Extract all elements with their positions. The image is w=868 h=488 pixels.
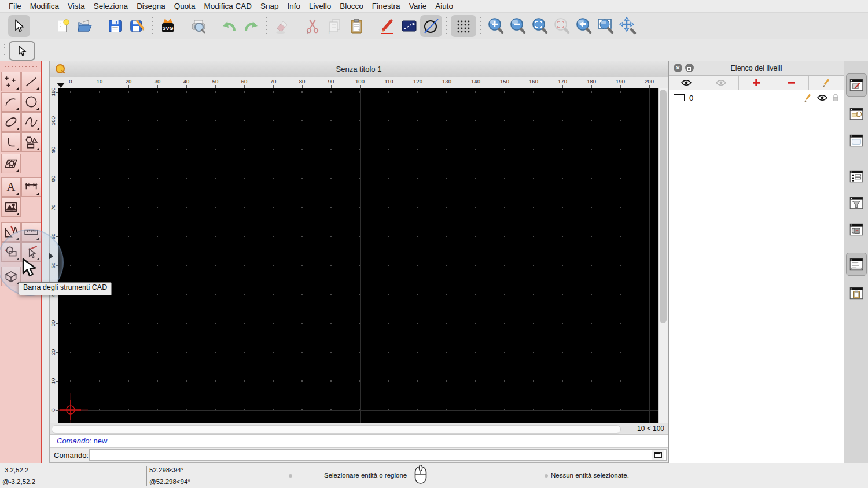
zoom-out-icon [508, 16, 528, 36]
grid-meta-line [71, 88, 71, 423]
dock-block-list-button[interactable] [846, 102, 867, 125]
zoom-auto-button[interactable] [529, 15, 551, 37]
zoom-window-button[interactable] [595, 15, 617, 37]
save-button[interactable] [104, 15, 126, 37]
dock-command-widget-button[interactable] [846, 253, 867, 276]
eraser-button[interactable] [271, 15, 293, 37]
command-input[interactable] [89, 449, 667, 461]
save-as-button[interactable] [126, 15, 148, 37]
status-bar: -3.2,52.2 @-3.2,52.2 52.298<94° @52.298<… [0, 463, 868, 488]
menu-varie[interactable]: Varie [409, 2, 427, 10]
dock-entity-filter-button[interactable] [846, 191, 867, 215]
selection-pointer-button[interactable] [9, 41, 35, 61]
hide-all-layers-button[interactable] [704, 76, 740, 90]
layer-color-box[interactable] [674, 94, 685, 101]
tool-points[interactable] [1, 72, 21, 91]
menu-seleziona[interactable]: Seleziona [94, 2, 128, 10]
open-file-button[interactable] [73, 15, 95, 37]
pen-button[interactable] [376, 15, 398, 37]
dock-layer-list-button[interactable] [846, 165, 867, 188]
tool-circle[interactable] [21, 92, 41, 112]
vertical-scrollbar-thumb[interactable] [660, 90, 667, 323]
line-attributes-button[interactable] [398, 15, 420, 37]
dock-plain-window-button[interactable] [846, 129, 867, 152]
menu-aiuto[interactable]: Aiuto [435, 2, 453, 10]
red-pencil-icon [378, 17, 396, 35]
polar-absolute: 52.298<94° [149, 467, 183, 474]
grid-toggle-button[interactable] [451, 15, 476, 37]
menu-disegna[interactable]: Disegna [137, 2, 165, 10]
dock-library-part-button[interactable] [846, 218, 867, 241]
layer-panel-header: ✕ Elenco dei livelli [669, 61, 844, 76]
zoom-selected-button[interactable] [551, 15, 573, 37]
menu-file[interactable]: File [9, 2, 21, 10]
hruler-tick-mark [418, 85, 418, 88]
toolbar-drag-handle[interactable] [3, 43, 5, 58]
add-layer-button[interactable] [739, 76, 774, 90]
layer-visible-eye-icon[interactable] [817, 94, 827, 101]
edit-layer-button[interactable] [809, 76, 844, 90]
horizontal-scrollbar-thumb[interactable] [52, 425, 621, 434]
layer-list-panel: ✕ Elenco dei livelli 0 [668, 61, 844, 463]
vertical-scrollbar[interactable] [658, 88, 668, 423]
export-svg-button[interactable]: SVG [157, 15, 179, 37]
print-preview-button[interactable] [187, 15, 209, 37]
redo-icon [242, 17, 260, 35]
menu-livello[interactable]: Livello [309, 2, 331, 10]
show-all-layers-button[interactable] [669, 76, 704, 90]
hruler-tick-mark [649, 85, 650, 88]
undo-button[interactable] [218, 15, 240, 37]
tool-dimension[interactable] [21, 177, 41, 197]
hruler-tick-label: 200 [645, 78, 654, 84]
clipboard-icon [347, 17, 366, 35]
cad-toolbar-drag-handle[interactable] [3, 66, 38, 68]
redo-button[interactable] [240, 15, 262, 37]
cut-button[interactable]: + [301, 15, 323, 37]
layer-edit-pencil-icon[interactable] [803, 93, 812, 102]
dock-library-browser-button[interactable] [846, 73, 867, 97]
layer-lock-icon[interactable] [832, 94, 839, 102]
tool-arc[interactable] [1, 92, 21, 112]
svg-text:SVG: SVG [162, 25, 173, 31]
select-arrow-button[interactable] [8, 15, 30, 37]
tool-polyline[interactable] [1, 132, 21, 152]
menu-finestra[interactable]: Finestra [372, 2, 400, 10]
tool-hatch[interactable] [1, 154, 21, 173]
copy-button[interactable]: + [323, 15, 345, 37]
menu-snap[interactable]: Snap [260, 2, 279, 10]
paste-button[interactable] [345, 15, 367, 37]
zoom-in-button[interactable] [485, 15, 507, 37]
detach-command-button[interactable] [652, 450, 664, 460]
menu-info[interactable]: Info [288, 2, 301, 10]
layer-row[interactable]: 0 [669, 91, 844, 104]
draft-mode-button[interactable] [420, 15, 442, 37]
menu-vista[interactable]: Vista [68, 2, 85, 10]
menu-quota[interactable]: Quota [174, 2, 196, 10]
hruler-tick-label: 0 [69, 78, 72, 84]
zoom-selected-icon [552, 16, 572, 36]
new-file-button[interactable] [52, 15, 73, 37]
tool-text[interactable]: A [1, 177, 21, 197]
tool-image[interactable] [1, 197, 21, 217]
menu-blocco[interactable]: Blocco [340, 2, 363, 10]
menu-modifica-cad[interactable]: Modifica CAD [204, 2, 252, 10]
hruler-tick-mark [505, 85, 505, 88]
zoom-pan-button[interactable] [617, 15, 639, 37]
tool-ellipse[interactable] [1, 112, 21, 132]
hruler-tick-label: 90 [328, 78, 334, 84]
dock-clipboard-button[interactable] [846, 282, 867, 305]
dock-drag-handle[interactable] [848, 64, 865, 66]
tool-line[interactable] [21, 72, 41, 91]
drawing-canvas[interactable] [58, 88, 659, 423]
remove-layer-button[interactable] [774, 76, 810, 90]
menu-modifica[interactable]: Modifica [30, 2, 59, 10]
zoom-previous-button[interactable] [573, 15, 595, 37]
tool-polygon[interactable] [21, 132, 41, 152]
hruler-tick-label: 50 [212, 78, 219, 84]
tool-spline[interactable] [21, 112, 41, 132]
scissors-icon: + [303, 17, 322, 35]
hruler-tick-mark [389, 85, 389, 88]
document-title-bar[interactable]: Senza titolo 1 [50, 61, 668, 77]
zoom-out-button[interactable] [507, 15, 529, 37]
hruler-tick-mark [273, 85, 274, 88]
